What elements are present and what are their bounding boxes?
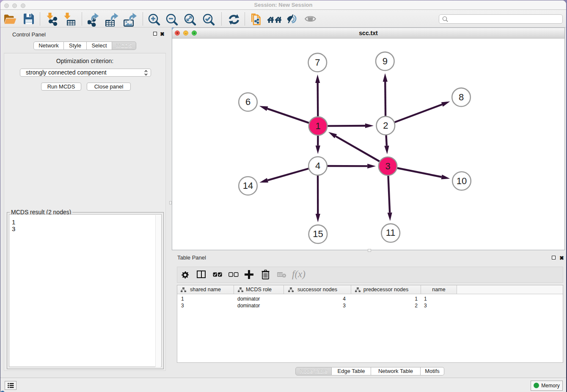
svg-text:3: 3 [385,161,390,171]
svg-text:7: 7 [315,57,320,68]
svg-text:9: 9 [383,56,388,66]
svg-text:14: 14 [243,180,253,191]
svg-text:15: 15 [313,229,323,239]
svg-text:4: 4 [315,160,320,171]
svg-text:8: 8 [459,92,464,102]
svg-text:2: 2 [383,120,388,131]
svg-text:6: 6 [245,97,250,107]
svg-text:1: 1 [315,121,320,131]
svg-text:10: 10 [457,176,467,186]
svg-text:11: 11 [386,227,396,238]
